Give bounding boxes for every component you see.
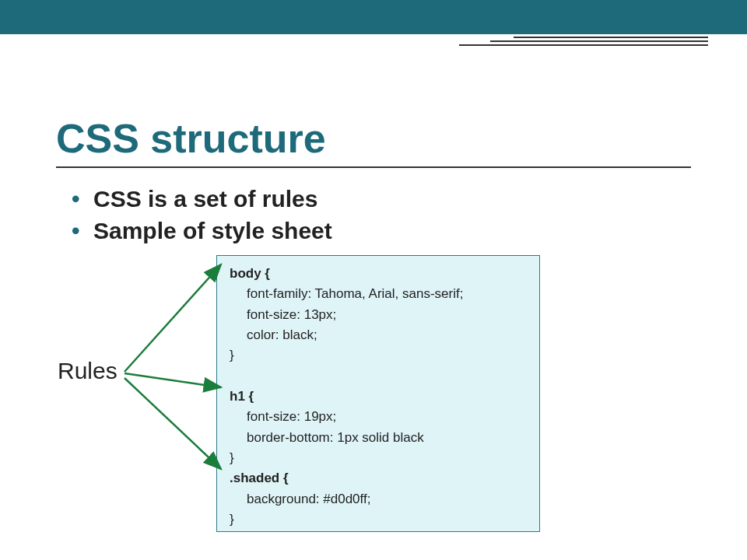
code-line: background: #d0d0ff; [230,489,370,509]
svg-line-3 [124,378,221,469]
code-box: body { font-family: Tahoma, Arial, sans-… [216,255,540,532]
svg-line-2 [124,373,221,387]
selector-shaded: .shaded { [230,471,289,485]
code-line: font-family: Tahoma, Arial, sans-serif; [230,284,463,304]
code-line: } [230,450,234,465]
selector-h1: h1 { [230,389,254,404]
bullet-item: Sample of style sheet [72,215,332,247]
rules-label: Rules [58,358,117,384]
code-line: } [230,512,234,527]
code-line: color: black; [230,325,317,345]
title-underline [56,166,691,168]
header-bar [0,0,747,34]
decorative-lines [459,34,708,65]
code-line: border-bottom: 1px solid black [230,428,424,448]
code-line: font-size: 19px; [230,407,336,427]
bullet-list: CSS is a set of rules Sample of style sh… [72,184,332,247]
code-line: font-size: 13px; [230,305,336,325]
code-line: } [230,348,234,362]
bullet-item: CSS is a set of rules [72,184,332,215]
selector-body: body { [230,266,270,281]
svg-line-1 [124,264,221,372]
slide-title: CSS structure [56,115,326,162]
